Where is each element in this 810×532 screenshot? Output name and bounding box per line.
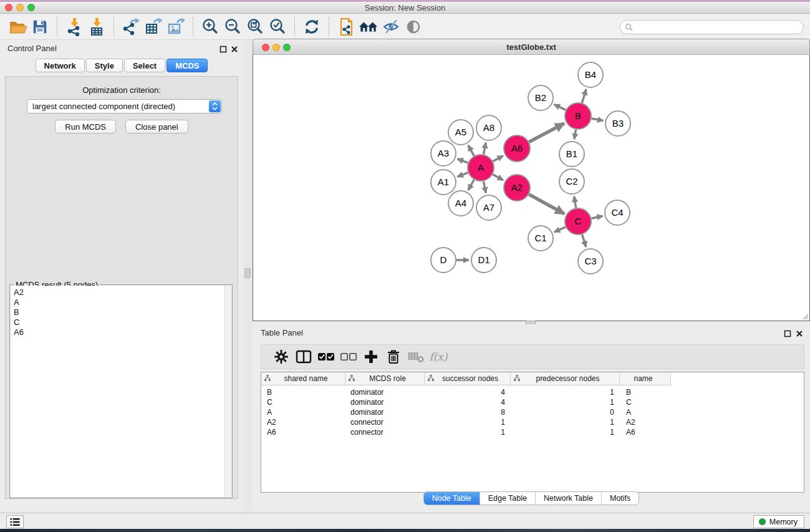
table-cell[interactable]: dominator — [345, 397, 425, 407]
refresh-button[interactable] — [301, 16, 323, 37]
table-cell[interactable]: 1 — [511, 427, 620, 437]
import-network-button[interactable] — [63, 16, 85, 37]
export-table-button[interactable] — [142, 16, 165, 37]
zoom-out-button[interactable] — [221, 16, 244, 37]
tab-mcds[interactable]: MCDS — [166, 59, 208, 72]
graph-node-C2[interactable]: C2 — [559, 169, 584, 194]
vertical-splitter[interactable] — [243, 40, 253, 513]
zoom-fit-button[interactable] — [244, 16, 266, 37]
graph-edge-C-C1[interactable] — [554, 227, 566, 232]
graph-node-C[interactable]: C — [565, 208, 591, 235]
delete-column-button[interactable] — [382, 347, 405, 367]
graph-edge-A2-C[interactable] — [529, 195, 564, 214]
function-builder-button[interactable]: f(x) — [427, 347, 450, 367]
close-panel-icon[interactable] — [231, 44, 238, 52]
table-row[interactable]: A6connector11A6 — [261, 427, 804, 437]
table-cell[interactable]: A6 — [261, 427, 345, 437]
graph-node-A4[interactable]: A4 — [448, 191, 473, 216]
graph-node-A3[interactable]: A3 — [431, 141, 456, 166]
mcds-result-list[interactable]: A2ABCA6 — [11, 286, 231, 497]
table-cell[interactable]: A — [620, 407, 671, 417]
graph-node-A5[interactable]: A5 — [448, 120, 473, 145]
graph-node-B[interactable]: B — [565, 103, 591, 129]
table-cell[interactable]: 1 — [511, 387, 620, 397]
graph-edge-B-B4[interactable] — [582, 89, 586, 103]
export-network-button[interactable] — [120, 16, 142, 37]
save-session-button[interactable] — [29, 16, 51, 37]
table-cell[interactable]: A2 — [261, 417, 345, 427]
import-table-button[interactable] — [85, 16, 108, 37]
column-header-successor-nodes[interactable]: successor nodes — [425, 372, 511, 385]
table-cell[interactable]: dominator — [345, 407, 425, 417]
run-mcds-button[interactable]: Run MCDS — [55, 120, 116, 133]
table-row[interactable]: A2connector11A2 — [261, 417, 804, 427]
graph-edge-B-B1[interactable] — [574, 130, 576, 140]
graph-edge-A-A8[interactable] — [483, 143, 486, 155]
tab-select[interactable]: Select — [124, 59, 165, 72]
criterion-dropdown[interactable]: largest connected component (directed) — [27, 99, 222, 114]
table-row[interactable]: Bdominator41B — [261, 387, 804, 397]
float-table-panel-icon[interactable] — [784, 329, 791, 336]
new-session-from-network-button[interactable] — [335, 16, 357, 37]
table-cell[interactable]: 1 — [511, 397, 620, 407]
zoom-selected-button[interactable] — [266, 16, 289, 37]
table-cell[interactable]: A — [261, 407, 345, 417]
search-input[interactable] — [636, 22, 803, 32]
add-column-button[interactable] — [360, 347, 382, 367]
tab-motifs[interactable]: Motifs — [601, 492, 639, 505]
graph-node-D1[interactable]: D1 — [471, 248, 496, 273]
column-header-predecessor-nodes[interactable]: predecessor nodes — [511, 372, 620, 385]
network-close-button[interactable] — [262, 44, 269, 51]
graph-node-B2[interactable]: B2 — [528, 85, 553, 110]
float-panel-icon[interactable] — [219, 44, 227, 52]
minimize-window-button[interactable] — [16, 4, 24, 11]
show-all-button[interactable] — [402, 16, 425, 37]
graph-node-A[interactable]: A — [468, 155, 494, 181]
home-button[interactable] — [357, 16, 380, 37]
graph-edge-A-A1[interactable] — [457, 173, 468, 177]
close-window-button[interactable] — [5, 4, 12, 11]
resize-grip-icon[interactable] — [801, 312, 809, 320]
network-canvas[interactable]: B4B2BB3A8A5A6A3B1AA1C2A2A4A7C4CC1C3DD1 — [253, 55, 810, 321]
network-window-titlebar[interactable]: testGlobe.txt — [253, 39, 810, 55]
task-history-button[interactable] — [6, 515, 24, 528]
graph-node-A6[interactable]: A6 — [504, 135, 530, 162]
table-cell[interactable]: connector — [345, 417, 425, 427]
result-scrollbar[interactable] — [224, 286, 231, 497]
graph-node-B4[interactable]: B4 — [578, 62, 603, 87]
tab-network-table[interactable]: Network Table — [535, 492, 601, 505]
network-zoom-button[interactable] — [283, 44, 291, 51]
table-cell[interactable]: B — [620, 387, 671, 397]
graph-edge-A-A6[interactable] — [493, 156, 503, 162]
table-cell[interactable]: 0 — [511, 407, 620, 417]
graph-edge-A-A2[interactable] — [493, 175, 503, 180]
table-cell[interactable]: 4 — [425, 397, 511, 407]
show-columns-button[interactable] — [292, 347, 315, 367]
result-list-item[interactable]: B — [11, 307, 231, 317]
result-list-item[interactable]: A6 — [11, 327, 231, 337]
column-header-MCDS-role[interactable]: MCDS role — [345, 372, 425, 385]
table-cell[interactable]: 8 — [425, 407, 511, 417]
result-list-item[interactable]: A — [11, 297, 231, 307]
graph-node-A7[interactable]: A7 — [476, 195, 501, 220]
table-settings-button[interactable] — [270, 347, 292, 367]
table-cell[interactable]: 1 — [425, 417, 511, 427]
graph-edge-B-B2[interactable] — [554, 104, 566, 110]
table-cell[interactable]: A6 — [620, 427, 671, 437]
delete-table-button[interactable] — [405, 347, 427, 367]
open-session-button[interactable] — [6, 16, 29, 37]
close-table-panel-icon[interactable] — [796, 329, 803, 336]
search-field[interactable] — [620, 20, 804, 34]
graph-node-A1[interactable]: A1 — [431, 170, 456, 195]
table-row[interactable]: Adominator80A — [261, 407, 804, 417]
graph-node-C1[interactable]: C1 — [528, 226, 553, 251]
close-panel-button[interactable]: Close panel — [125, 120, 188, 133]
graph-node-A2[interactable]: A2 — [504, 175, 530, 201]
graph-edge-C-C4[interactable] — [591, 216, 602, 218]
table-cell[interactable]: B — [261, 387, 345, 397]
graph-edge-A-A7[interactable] — [483, 181, 486, 193]
graph-node-D[interactable]: D — [431, 248, 456, 273]
graph-edge-C-C3[interactable] — [582, 235, 586, 247]
table-cell[interactable]: 1 — [511, 417, 620, 427]
table-cell[interactable]: connector — [345, 427, 425, 437]
